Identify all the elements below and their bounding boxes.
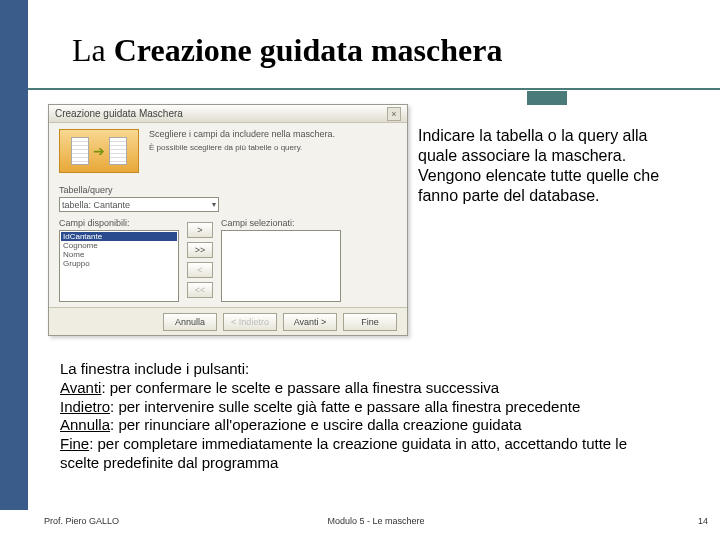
list-item[interactable]: Gruppo xyxy=(61,259,177,268)
header-instruction-2: È possibile scegliere da più tabelle o q… xyxy=(149,143,397,152)
cancel-button[interactable]: Annulla xyxy=(163,313,217,331)
available-label: Campi disponibili: xyxy=(59,218,179,228)
annotation-text: Indicare la tabella o la query alla qual… xyxy=(418,126,668,206)
add-all-button[interactable]: >> xyxy=(187,242,213,258)
add-one-button[interactable]: > xyxy=(187,222,213,238)
dialog-header: ➔ Scegliere i campi da includere nella m… xyxy=(49,123,407,179)
next-button[interactable]: Avanti > xyxy=(283,313,337,331)
wizard-icon: ➔ xyxy=(59,129,139,173)
explanation-text: La finestra include i pulsanti: Avanti: … xyxy=(60,360,670,473)
combo-value: tabella: Cantante xyxy=(62,200,130,210)
slide-footer: Prof. Piero GALLO Modulo 5 - Le maschere… xyxy=(44,516,708,526)
finish-button[interactable]: Fine xyxy=(343,313,397,331)
selected-listbox[interactable] xyxy=(221,230,341,302)
dialog-caption: Creazione guidata Maschera xyxy=(55,108,183,119)
dialog-footer: Annulla < Indietro Avanti > Fine xyxy=(49,307,407,335)
footer-module: Modulo 5 - Le maschere xyxy=(44,516,708,526)
remove-one-button[interactable]: < xyxy=(187,262,213,278)
list-item[interactable]: IdCantante xyxy=(61,232,177,241)
title-accent-block xyxy=(527,91,567,105)
back-button[interactable]: < Indietro xyxy=(223,313,277,331)
available-listbox[interactable]: IdCantante Cognome Nome Gruppo xyxy=(59,230,179,302)
header-instruction-1: Scegliere i campi da includere nella mas… xyxy=(149,129,397,139)
slide-title: La Creazione guidata maschera xyxy=(72,32,502,69)
close-icon[interactable]: × xyxy=(387,107,401,121)
selected-label: Campi selezionati: xyxy=(221,218,341,228)
table-query-label: Tabella/query xyxy=(59,185,397,195)
dialog-titlebar: Creazione guidata Maschera × xyxy=(49,105,407,123)
title-underline xyxy=(28,88,720,90)
arrow-right-icon: ➔ xyxy=(93,143,105,159)
remove-all-button[interactable]: << xyxy=(187,282,213,298)
table-query-combo[interactable]: tabella: Cantante ▾ xyxy=(59,197,219,212)
move-buttons: > >> < << xyxy=(187,222,213,298)
list-item[interactable]: Cognome xyxy=(61,241,177,250)
list-item[interactable]: Nome xyxy=(61,250,177,259)
wizard-dialog: Creazione guidata Maschera × ➔ Scegliere… xyxy=(48,104,408,336)
slide-left-accent xyxy=(0,0,28,510)
chevron-down-icon: ▾ xyxy=(212,200,216,209)
